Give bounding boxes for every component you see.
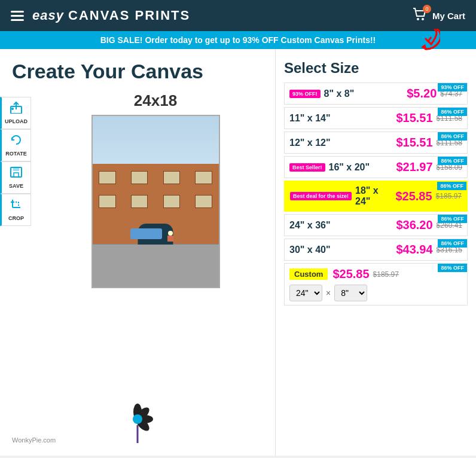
off-badge-3: 86% OFF — [438, 157, 467, 165]
size-badge-0: 93% OFF! — [289, 90, 321, 98]
svg-marker-2 — [421, 44, 427, 50]
size-row-2[interactable]: 12" x 12" $15.51 $111.58 86% OFF — [284, 132, 468, 154]
size-price-4: $25.85 — [395, 190, 432, 203]
hamburger-menu[interactable] — [11, 11, 24, 21]
custom-label: Custom — [289, 268, 328, 280]
size-orig-4: $185.97 — [436, 192, 462, 200]
times-symbol: × — [326, 288, 331, 298]
off-badge-4: 86% OFF — [437, 182, 466, 190]
canvas-size-label: 24x18 — [134, 91, 177, 110]
size-row-5[interactable]: 24" x 36" $36.20 $260.41 86% OFF — [284, 214, 468, 236]
logo-rest: CANVAS PRINTS — [68, 8, 190, 23]
size-row-4[interactable]: Best deal for the size! 18" x 24" $25.85… — [284, 181, 468, 212]
size-price-3: $21.97 — [396, 160, 432, 174]
right-panel: Select Size 93% OFF! 8" x 8" $5.20 $74.3… — [275, 49, 476, 456]
left-panel: Create Your Canvas UPLOAD ROTATE SAVE — [0, 49, 275, 456]
size-label-1: 11" x 14" — [289, 113, 396, 124]
main-content: Create Your Canvas UPLOAD ROTATE SAVE — [0, 49, 476, 456]
sale-banner: BIG SALE! Order today to get up to 93% O… — [0, 31, 476, 49]
cart-badge: 0 — [423, 5, 431, 13]
size-price-6: $43.94 — [396, 243, 432, 257]
header-left: easy CANVAS PRINTS — [11, 8, 190, 23]
select-size-title: Select Size — [284, 60, 468, 77]
custom-height-select[interactable]: 8"14"12"20"24"36"40" — [334, 285, 367, 301]
site-logo: easy CANVAS PRINTS — [32, 8, 190, 23]
size-price-2: $15.51 — [396, 136, 432, 149]
flower-decoration — [120, 401, 155, 450]
off-badge-5: 86% OFF — [438, 215, 467, 223]
svg-point-18 — [133, 414, 142, 424]
size-price-1: $15.51 — [396, 111, 432, 125]
size-rows-container: 93% OFF! 8" x 8" $5.20 $74.37 93% OFF 11… — [284, 83, 468, 261]
off-badge-1: 86% OFF — [438, 108, 467, 116]
size-label-0: 8" x 8" — [324, 88, 407, 99]
custom-off-badge: 86% OFF — [438, 264, 467, 272]
size-price-0: $5.20 — [407, 87, 437, 100]
size-badge-4: Best deal for the size! — [290, 192, 352, 200]
custom-orig-price: $185.97 — [373, 270, 399, 279]
size-row-6[interactable]: 30" x 40" $43.94 $316.15 86% OFF — [284, 239, 468, 261]
custom-width-select[interactable]: 8"11"12"16"18"24"30" — [289, 285, 322, 301]
logo-easy: easy — [32, 8, 64, 23]
cart-icon-wrap: 0 — [412, 7, 429, 24]
size-row-0[interactable]: 93% OFF! 8" x 8" $5.20 $74.37 93% OFF — [284, 83, 468, 105]
building-photo — [93, 116, 219, 287]
off-badge-0: 93% OFF — [438, 83, 467, 91]
custom-price: $25.85 — [332, 267, 369, 281]
custom-row-top: Custom $25.85 $185.97 — [289, 267, 462, 281]
custom-selects: 8"11"12"16"18"24"30" × 8"14"12"20"24"36"… — [289, 285, 462, 301]
cart-label: My Cart — [432, 11, 465, 21]
custom-row: 86% OFF Custom $25.85 $185.97 8"11"12"16… — [284, 263, 468, 306]
size-price-5: $36.20 — [396, 218, 432, 232]
size-label-4: 18" x 24" — [355, 185, 395, 207]
sale-arrow — [392, 26, 440, 56]
sale-text: BIG SALE! Order today to get up to 93% O… — [100, 35, 376, 45]
size-row-3[interactable]: Best Seller! 16" x 20" $21.97 $158.09 86… — [284, 156, 468, 178]
svg-point-0 — [417, 18, 419, 20]
cart-area[interactable]: 0 My Cart — [412, 7, 465, 24]
svg-point-1 — [422, 18, 424, 20]
off-badge-2: 86% OFF — [438, 132, 467, 141]
watermark: WonkyPie.com — [12, 436, 56, 444]
size-row-1[interactable]: 11" x 14" $15.51 $111.58 86% OFF — [284, 107, 468, 129]
off-badge-6: 86% OFF — [438, 239, 467, 248]
canvas-preview-area: 24x18 — [12, 91, 263, 288]
size-label-3: 16" x 20" — [329, 162, 396, 173]
size-label-6: 30" x 40" — [289, 245, 396, 255]
page-title: Create Your Canvas — [12, 60, 263, 83]
size-label-2: 12" x 12" — [289, 138, 396, 148]
size-label-5: 24" x 36" — [289, 220, 396, 231]
size-badge-3: Best Seller! — [289, 163, 325, 172]
canvas-image — [91, 115, 220, 288]
